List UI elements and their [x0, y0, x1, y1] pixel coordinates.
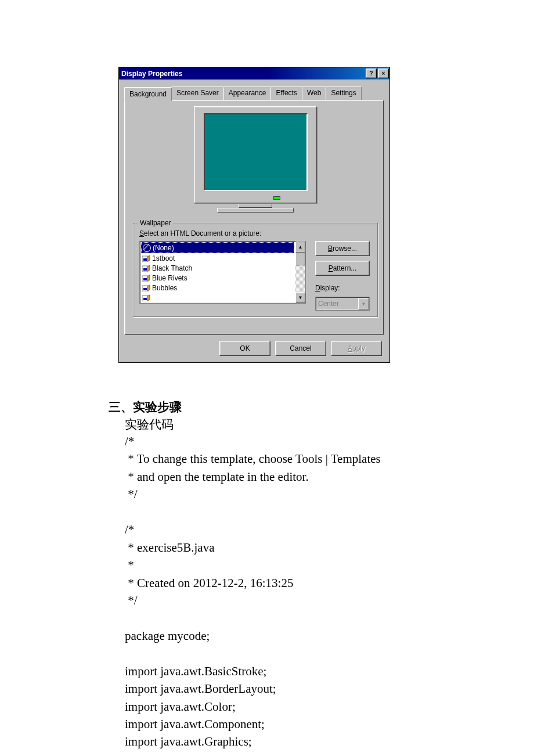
list-item-label: Bubbles [152, 284, 177, 292]
tab-background[interactable]: Background [124, 87, 172, 101]
bitmap-icon [142, 285, 150, 291]
svg-rect-5 [143, 278, 147, 280]
monitor-neck [239, 203, 272, 208]
display-mode-combobox[interactable]: Center ▼ [315, 297, 370, 311]
scroll-track[interactable] [295, 265, 305, 292]
wallpaper-listbox[interactable]: (None) 1stboot Black Thatch [139, 241, 306, 304]
monitor-led-icon [273, 196, 280, 200]
chevron-down-icon[interactable]: ▼ [358, 298, 369, 309]
pattern-button[interactable]: Pattern... [315, 261, 370, 276]
combobox-value: Center [316, 300, 358, 308]
close-button[interactable]: × [378, 69, 389, 78]
list-item-label: 1stboot [152, 254, 175, 262]
svg-rect-1 [143, 258, 147, 261]
display-properties-dialog: Display Properties ? × Background Screen… [118, 67, 390, 363]
scroll-up-button[interactable]: ▲ [295, 242, 305, 253]
bitmap-icon [142, 275, 150, 282]
monitor-case [194, 106, 317, 203]
listbox-scrollbar[interactable]: ▲ ▼ [295, 242, 305, 303]
tab-appearance[interactable]: Appearance [223, 87, 272, 100]
wallpaper-group: Wallpaper Select an HTML Document or a p… [133, 223, 378, 317]
tab-web[interactable]: Web [302, 87, 326, 100]
apply-button[interactable]: Apply [331, 341, 382, 356]
list-item[interactable] [141, 293, 294, 303]
list-item[interactable]: Bubbles [141, 283, 294, 293]
tab-effects[interactable]: Effects [270, 87, 302, 100]
browse-button[interactable]: Browse... [315, 241, 370, 256]
section-subheading: 实验代码 [125, 416, 430, 433]
wallpaper-label: Select an HTML Document or a picture: [139, 229, 371, 237]
svg-rect-3 [143, 268, 147, 271]
list-item[interactable]: 1stboot [141, 253, 294, 263]
monitor-screen [204, 113, 308, 191]
list-item[interactable]: Blue Rivets [141, 273, 294, 283]
close-icon: × [382, 71, 385, 77]
tab-strip: Background Screen Saver Appearance Effec… [124, 86, 388, 100]
monitor-preview [133, 106, 378, 213]
tab-settings[interactable]: Settings [326, 87, 361, 100]
scroll-down-button[interactable]: ▼ [295, 292, 305, 303]
wallpaper-legend: Wallpaper [138, 219, 173, 227]
help-icon: ? [369, 71, 373, 77]
list-item[interactable]: Black Thatch [141, 263, 294, 273]
bitmap-icon [142, 294, 150, 301]
tab-screen-saver[interactable]: Screen Saver [171, 87, 224, 100]
none-icon [143, 244, 151, 252]
window-title: Display Properties [121, 70, 365, 78]
dialog-buttons: OK Cancel Apply [121, 341, 382, 356]
titlebar[interactable]: Display Properties ? × [119, 67, 389, 80]
monitor-base [217, 208, 294, 213]
list-item[interactable]: (None) [141, 242, 294, 253]
help-button[interactable]: ? [366, 69, 377, 78]
svg-rect-7 [143, 288, 147, 290]
tab-panel-background: Wallpaper Select an HTML Document or a p… [124, 100, 384, 335]
section-heading: 三、实验步骤 [109, 399, 430, 415]
bitmap-icon [142, 265, 150, 272]
code-block: /* * To change this template, choose Too… [125, 433, 430, 751]
scroll-thumb[interactable] [295, 253, 305, 265]
bitmap-icon [142, 255, 150, 262]
list-item-label: (None) [153, 244, 174, 252]
cancel-button[interactable]: Cancel [275, 341, 326, 356]
list-item-label: Black Thatch [152, 264, 192, 272]
svg-rect-9 [143, 298, 147, 300]
ok-button[interactable]: OK [219, 341, 270, 356]
list-item-label: Blue Rivets [152, 274, 187, 282]
display-label: Display: [315, 284, 371, 292]
